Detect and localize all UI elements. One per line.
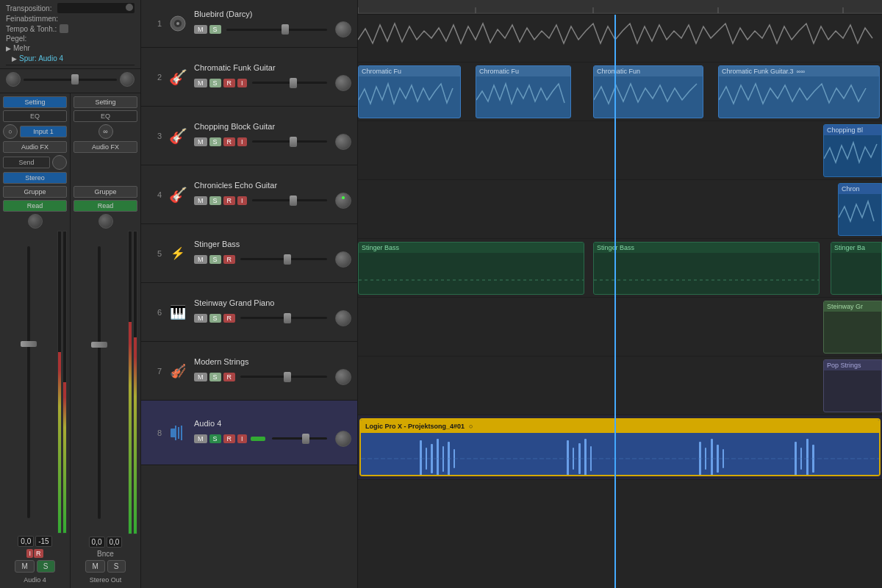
rec-btn-2[interactable]: R <box>223 79 236 87</box>
solo-btn-4[interactable]: S <box>209 196 221 205</box>
clip-steinway-right[interactable]: Steinway Gr <box>823 301 882 354</box>
clip-chromatic-2[interactable]: Chromatic Fu <box>476 65 571 118</box>
rec-btn-3[interactable]: R <box>223 137 236 146</box>
track-row-5[interactable]: 5 ⚡ Stinger Bass M S R <box>141 224 357 283</box>
stereo-button[interactable]: Stereo <box>3 172 67 184</box>
clip-chromatic-4[interactable]: Chromatic Funk Guitar.3 ∞∞ <box>718 65 880 118</box>
track-knob-6[interactable] <box>335 310 351 326</box>
read-button-left[interactable]: Read <box>3 200 67 212</box>
s-btn-right[interactable]: S <box>107 560 126 573</box>
solo-btn-1[interactable]: S <box>209 25 221 34</box>
mute-btn-8[interactable]: M <box>194 434 207 443</box>
clip-strings-right[interactable]: Pop Strings <box>823 359 882 412</box>
track-row-3[interactable]: 3 🎸 Chopping Block Guitar M S R I <box>141 107 357 165</box>
mute-btn-1[interactable]: M <box>194 25 207 34</box>
fader-thumb-right[interactable] <box>91 342 107 348</box>
track-slider-thumb-2[interactable] <box>290 78 297 88</box>
track-slider-thumb-4[interactable] <box>290 196 297 206</box>
rec-btn-4[interactable]: R <box>223 196 236 205</box>
solo-btn-7[interactable]: S <box>209 373 221 381</box>
rec-btn-6[interactable]: R <box>223 314 236 323</box>
clip-chopping-right[interactable]: Chopping Bl <box>823 124 882 177</box>
track-knob-2[interactable] <box>335 75 351 91</box>
track-slider-thumb-7[interactable] <box>284 372 291 382</box>
track-row-2[interactable]: 2 🎸 Chromatic Funk Guitar M S R I <box>141 48 357 107</box>
track-knob-5[interactable] <box>335 251 351 268</box>
track-slider-thumb-3[interactable] <box>290 137 297 147</box>
send-button[interactable]: Send <box>3 157 50 168</box>
track-knob-4[interactable] <box>335 193 351 209</box>
tempo-toggle[interactable] <box>60 24 68 33</box>
s-btn-left[interactable]: S <box>37 560 55 573</box>
track-slider-thumb-1[interactable] <box>282 24 289 35</box>
track-slider-thumb-5[interactable] <box>284 254 291 265</box>
track-slider-thumb-8[interactable] <box>302 434 309 444</box>
mute-btn-6[interactable]: M <box>194 314 207 323</box>
eq-button-left[interactable]: EQ <box>3 110 67 122</box>
transposition-knob[interactable] <box>126 4 133 11</box>
setting-button-right[interactable]: Setting <box>74 96 137 108</box>
pegel-knob[interactable] <box>6 72 21 87</box>
audio-fx-button-left[interactable]: Audio FX <box>3 141 67 153</box>
send-toggle[interactable] <box>52 155 67 170</box>
track-row-1[interactable]: 1 Bluebird (Darcy) M S <box>141 0 357 48</box>
mute-btn-5[interactable]: M <box>194 255 207 264</box>
solo-btn-6[interactable]: S <box>209 314 221 323</box>
input-button[interactable]: Input 1 <box>20 126 67 137</box>
track-slider-thumb-6[interactable] <box>284 313 291 323</box>
setting-button-left[interactable]: Setting <box>3 96 67 108</box>
rec-btn-5[interactable]: R <box>223 255 236 264</box>
track-knob-7[interactable] <box>335 369 351 385</box>
mute-btn-2[interactable]: M <box>194 79 207 87</box>
input-btn-8[interactable]: I <box>237 434 247 443</box>
track-knob-8[interactable] <box>335 431 351 447</box>
clip-chronicles-right[interactable]: Chron <box>838 183 882 236</box>
input-btn-3[interactable]: I <box>237 137 247 146</box>
rec-btn-8[interactable]: R <box>223 434 236 443</box>
r-badge: R <box>34 549 43 558</box>
gruppe-button-right[interactable]: Gruppe <box>74 186 137 198</box>
input-btn-2[interactable]: I <box>237 79 247 87</box>
clip-chromatic-3[interactable]: Chromatic Fun <box>593 65 703 118</box>
track-list: 1 Bluebird (Darcy) M S <box>141 0 358 588</box>
input-btn-4[interactable]: I <box>237 196 247 205</box>
solo-btn-8[interactable]: S <box>209 434 221 443</box>
link-btn[interactable]: ∞ <box>98 124 113 139</box>
solo-btn-5[interactable]: S <box>209 255 221 264</box>
track-knob-1[interactable] <box>335 21 351 37</box>
m-btn-right[interactable]: M <box>85 560 104 573</box>
track-knob-3[interactable] <box>335 134 351 150</box>
track-row-6[interactable]: 6 🎹 Steinway Grand Piano M S R <box>141 283 357 342</box>
lanes-container: // Will be rendered as static SVG paths … <box>358 15 882 588</box>
spur-row[interactable]: ▶ Spur: Audio 4 <box>6 52 135 65</box>
mute-btn-4[interactable]: M <box>194 196 207 205</box>
timeline-header[interactable] <box>358 0 882 15</box>
input-power-btn[interactable]: ○ <box>3 124 18 139</box>
read-button-right[interactable]: Read <box>74 200 137 212</box>
audio-fx-button-right[interactable]: Audio FX <box>74 141 137 153</box>
m-btn-left[interactable]: M <box>15 560 34 573</box>
clip-stinger-2[interactable]: Stinger Bass <box>593 242 820 295</box>
solo-btn-2[interactable]: S <box>209 79 221 87</box>
audio4-header: Logic Pro X - Projektsong_4#01 ○ <box>361 420 879 433</box>
pan-knob-right[interactable] <box>98 214 113 229</box>
mute-btn-3[interactable]: M <box>194 137 207 146</box>
solo-btn-3[interactable]: S <box>209 137 221 146</box>
track-row-7[interactable]: 7 🎻 Modern Strings M S R <box>141 342 357 401</box>
eq-button-right[interactable]: EQ <box>74 110 137 122</box>
pegel-slider-thumb[interactable] <box>71 74 79 85</box>
clip-stinger-3[interactable]: Stinger Ba <box>831 242 882 295</box>
mute-btn-7[interactable]: M <box>194 373 207 381</box>
mehr-button[interactable]: ▶ Mehr <box>6 44 135 52</box>
clip-stinger-1[interactable]: Stinger Bass <box>358 242 584 295</box>
pegel-knob2[interactable] <box>120 72 135 87</box>
track-row-4[interactable]: 4 🎸 Chronicles Echo Guitar M S R I <box>141 165 357 224</box>
track-row-8[interactable]: 8 Audio 4 M S R I <box>141 401 357 465</box>
fader-thumb-left[interactable] <box>21 341 37 347</box>
gruppe-button-left[interactable]: Gruppe <box>3 186 67 198</box>
rec-btn-7[interactable]: R <box>223 373 236 381</box>
clip-chromatic-1[interactable]: Chromatic Fu <box>358 65 461 118</box>
audio4-region[interactable]: Logic Pro X - Projektsong_4#01 ○ <box>359 418 881 476</box>
mehr-label: Mehr <box>13 44 30 52</box>
pan-knob-left[interactable] <box>28 214 43 229</box>
